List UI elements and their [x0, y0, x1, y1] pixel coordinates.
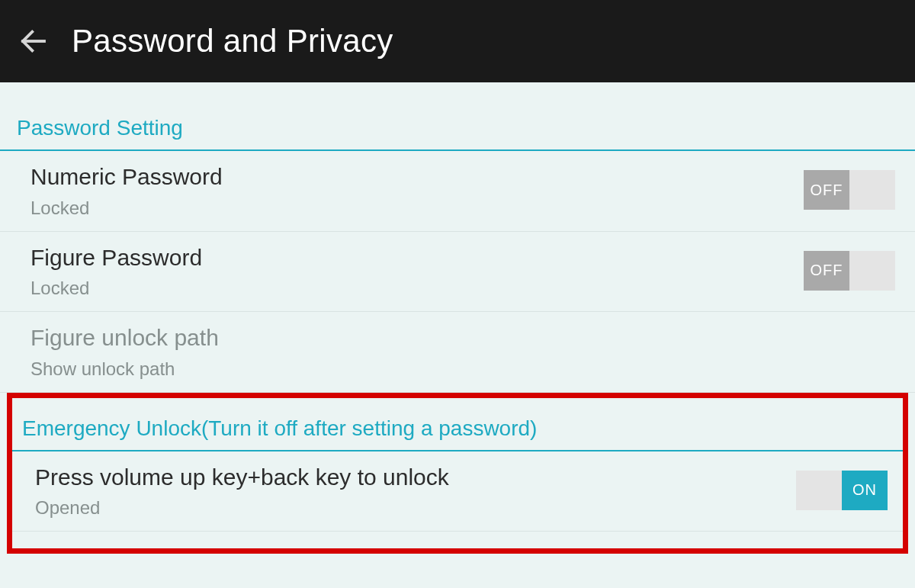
section-header-password-setting: Password Setting	[0, 116, 915, 151]
page-title: Password and Privacy	[72, 23, 393, 59]
item-emergency-unlock[interactable]: Press volume up key+back key to unlock O…	[12, 451, 903, 532]
back-arrow-icon	[18, 25, 50, 57]
item-subtitle: Opened	[35, 497, 796, 519]
toggle-knob: ON	[842, 471, 888, 510]
item-title: Figure unlock path	[30, 323, 898, 354]
item-subtitle: Locked	[30, 198, 804, 219]
item-figure-password[interactable]: Figure Password Locked OFF	[0, 232, 915, 313]
item-numeric-password[interactable]: Numeric Password Locked OFF	[0, 151, 915, 232]
item-subtitle: Locked	[30, 278, 804, 299]
highlight-emergency-unlock: Emergency Unlock(Turn it off after setti…	[7, 393, 908, 554]
toggle-knob: OFF	[804, 251, 849, 291]
toggle-numeric-password[interactable]: OFF	[804, 170, 895, 210]
content: Password Setting Numeric Password Locked…	[0, 82, 915, 554]
item-title: Press volume up key+back key to unlock	[35, 462, 796, 493]
item-figure-unlock-path[interactable]: Figure unlock path Show unlock path	[0, 312, 915, 393]
toggle-emergency-unlock[interactable]: ON	[796, 471, 888, 510]
back-button[interactable]	[11, 18, 56, 64]
item-title: Figure Password	[30, 243, 804, 274]
toggle-figure-password[interactable]: OFF	[804, 251, 895, 291]
toggle-knob: OFF	[804, 170, 849, 210]
item-subtitle: Show unlock path	[30, 358, 898, 380]
app-bar: Password and Privacy	[0, 0, 915, 82]
item-title: Numeric Password	[30, 162, 804, 193]
section-header-emergency-unlock: Emergency Unlock(Turn it off after setti…	[12, 416, 903, 451]
